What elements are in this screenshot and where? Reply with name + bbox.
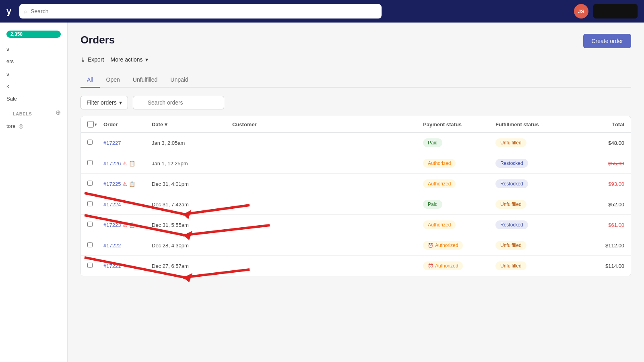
chevron-down-icon: ▾: [145, 56, 148, 63]
payment-status-17225: Authorized: [423, 179, 495, 188]
search-orders-wrap: ⌕: [133, 96, 631, 109]
export-button[interactable]: ⤓ Export: [80, 55, 104, 64]
app-body: 2,350 s ers s k Sale LABELS ⊕ tore ◎ Ord…: [0, 23, 644, 362]
table-row: #17221 Dec 27, 6:57am ⏰ Authorized Unful…: [81, 256, 631, 276]
row-checkbox-17224[interactable]: [87, 201, 103, 208]
app-logo: y: [6, 6, 11, 16]
order-total-17223: $61.00: [576, 222, 624, 228]
sidebar-labels-section: LABELS ⊕: [0, 105, 67, 119]
filter-chevron-icon: ▾: [119, 99, 122, 106]
top-navigation: y ⌕ JS: [0, 0, 644, 23]
order-link-17226[interactable]: #17226 ⚠ 📋: [103, 160, 152, 167]
th-date[interactable]: Date ▾: [152, 121, 232, 128]
restocked-badge: Restocked: [495, 159, 528, 168]
restocked-badge: Restocked: [495, 179, 528, 188]
export-label: Export: [88, 56, 104, 63]
order-total-17224: $52.00: [576, 202, 624, 208]
order-tabs: All Open Unfulfilled Unpaid: [80, 72, 631, 88]
sidebar-store-label: tore: [6, 123, 15, 129]
row-checkbox-17227[interactable]: [87, 139, 103, 146]
row-checkbox-17225[interactable]: [87, 180, 103, 187]
sidebar-item-sale[interactable]: Sale: [0, 93, 67, 105]
payment-status-17222: ⏰ Authorized: [423, 241, 495, 250]
payment-status-17227: Paid: [423, 138, 495, 147]
unfulfilled-badge: Unfulfilled: [495, 200, 526, 209]
tab-unfulfilled[interactable]: Unfulfilled: [126, 72, 164, 88]
fulfillment-status-17227: Unfulfilled: [495, 138, 576, 147]
paid-badge: Paid: [423, 138, 442, 147]
select-all-checkbox[interactable]: [87, 121, 94, 128]
th-total: Total: [576, 121, 624, 128]
sidebar-item-s[interactable]: s: [0, 43, 67, 55]
th-checkbox: ▾: [87, 121, 103, 128]
th-customer: Customer: [232, 121, 423, 128]
row-checkbox-17226[interactable]: [87, 160, 103, 167]
page-header: Orders Create order: [80, 34, 631, 48]
payment-status-17226: Authorized: [423, 159, 495, 168]
sidebar-item-s2[interactable]: s: [0, 68, 67, 80]
th-fulfillment-status: Fulfillment status: [495, 121, 576, 128]
row-checkbox-17221[interactable]: [87, 262, 103, 269]
row-checkbox-17223[interactable]: [87, 221, 103, 228]
order-total-17221: $114.00: [576, 263, 624, 269]
order-date-17221: Dec 27, 6:57am: [152, 263, 232, 269]
fulfillment-status-17222: Unfulfilled: [495, 241, 576, 250]
unfulfilled-badge: Unfulfilled: [495, 261, 526, 270]
payment-status-17224: Paid: [423, 200, 495, 209]
order-link-17224[interactable]: #17224: [103, 202, 152, 208]
fulfillment-status-17226: Restocked: [495, 159, 576, 168]
authorized-clock-badge: ⏰ Authorized: [423, 261, 463, 270]
order-link-17222[interactable]: #17222: [103, 243, 152, 249]
fulfillment-status-17225: Restocked: [495, 179, 576, 188]
sidebar-item-store[interactable]: tore ◎: [0, 119, 67, 132]
avatar[interactable]: JS: [574, 4, 588, 19]
topnav-right: JS: [574, 4, 638, 19]
order-link-17227[interactable]: #17227: [103, 140, 152, 146]
sidebar-item-k[interactable]: k: [0, 80, 67, 93]
order-date-17225: Dec 31, 4:01pm: [152, 181, 232, 187]
create-order-button[interactable]: Create order: [583, 34, 631, 48]
more-actions-button[interactable]: More actions ▾: [110, 55, 148, 64]
select-chevron-icon[interactable]: ▾: [95, 122, 97, 127]
order-link-17225[interactable]: #17225 ⚠ 📋: [103, 181, 152, 187]
th-payment-status: Payment status: [423, 121, 495, 128]
row-checkbox-17222[interactable]: [87, 242, 103, 249]
order-date-17227: Jan 3, 2:05am: [152, 140, 232, 146]
global-search-bar[interactable]: ⌕: [19, 4, 382, 19]
table-row: #17223 ⚠ 📋 Dec 31, 5:55am Authorized Res…: [81, 215, 631, 235]
order-date-17226: Jan 1, 12:25pm: [152, 160, 232, 167]
date-sort-icon: ▾: [165, 121, 167, 128]
authorized-badge: Authorized: [423, 220, 456, 229]
search-icon: ⌕: [24, 8, 27, 14]
authorized-badge: Authorized: [423, 159, 456, 168]
authorized-clock-badge: ⏰ Authorized: [423, 241, 463, 250]
order-total-17227: $48.00: [576, 140, 624, 146]
order-total-17225: $93.00: [576, 181, 624, 187]
sidebar-badge: 2,350: [6, 31, 61, 38]
filter-label: Filter orders: [87, 99, 117, 106]
global-search-input[interactable]: [31, 8, 377, 14]
sidebar-section-labels: LABELS: [6, 107, 38, 118]
restocked-badge: Restocked: [495, 220, 528, 229]
doc-icon: 📋: [129, 181, 135, 187]
store-button[interactable]: [593, 4, 638, 19]
tab-all[interactable]: All: [80, 72, 100, 88]
tab-unpaid[interactable]: Unpaid: [164, 72, 194, 88]
order-date-17224: Dec 31, 7:42am: [152, 202, 232, 208]
table-header: ▾ Order Date ▾ Customer Payment status F…: [81, 116, 631, 133]
sidebar: 2,350 s ers s k Sale LABELS ⊕ tore ◎: [0, 23, 68, 362]
warning-icon: ⚠: [122, 222, 127, 228]
search-orders-input[interactable]: [133, 96, 224, 109]
sidebar-item-ers[interactable]: ers: [0, 55, 67, 68]
order-date-17223: Dec 31, 5:55am: [152, 222, 232, 228]
add-label-icon[interactable]: ⊕: [56, 109, 61, 116]
fulfillment-status-17221: Unfulfilled: [495, 261, 576, 270]
order-link-17221[interactable]: #17221: [103, 263, 152, 269]
tab-open[interactable]: Open: [100, 72, 126, 88]
filter-orders-button[interactable]: Filter orders ▾: [80, 96, 128, 109]
order-link-17223[interactable]: #17223 ⚠ 📋: [103, 222, 152, 228]
th-order: Order: [103, 121, 152, 128]
actions-row: ⤓ Export More actions ▾: [80, 55, 631, 64]
fulfillment-status-17224: Unfulfilled: [495, 200, 576, 209]
orders-table: ▾ Order Date ▾ Customer Payment status F…: [80, 116, 631, 276]
